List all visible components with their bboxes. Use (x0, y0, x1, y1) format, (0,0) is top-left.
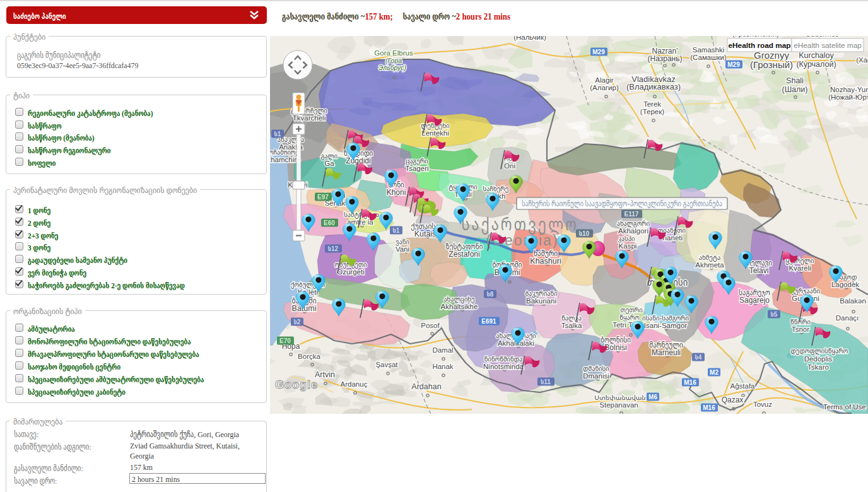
svg-text:Isani-Samgor: Isani-Samgor (644, 322, 688, 329)
svg-text:Khoni: Khoni (387, 188, 406, 197)
svg-text:Telavi: Telavi (749, 266, 769, 275)
svg-text:ს1: ს1 (393, 227, 400, 234)
svg-text:Qazax: Qazax (722, 395, 744, 404)
svg-text:chamchire: chamchire (270, 156, 301, 163)
svg-text:Oni: Oni (504, 162, 515, 170)
svg-text:Khashuri: Khashuri (530, 257, 561, 266)
svg-text:M29: M29 (592, 49, 605, 56)
svg-text:M16: M16 (703, 404, 715, 411)
svg-text:Borçka: Borçka (298, 353, 320, 360)
svg-text:M2: M2 (710, 369, 718, 376)
svg-text:Ninotsminda: Ninotsminda (483, 363, 524, 370)
svg-text:Ga: Ga (324, 160, 334, 167)
svg-text:Akhmeta: Akhmeta (695, 261, 724, 269)
svg-text:eHealth satelite map: eHealth satelite map (794, 41, 862, 50)
svg-text:Ozurgeti: Ozurgeti (337, 268, 364, 276)
svg-text:Ardanuç: Ardanuç (341, 380, 368, 388)
svg-text:(Самашки): (Самашки) (690, 54, 727, 61)
svg-text:Google: Google (275, 378, 318, 391)
svg-text:Dedoplis: Dedoplis (804, 355, 833, 363)
svg-text:eHealth road map: eHealth road map (729, 41, 791, 50)
svg-text:ს10: ს10 (579, 230, 590, 237)
svg-text:Tskaro: Tskaro (807, 363, 829, 371)
svg-text:ს4: ს4 (695, 354, 702, 361)
svg-text:Dmanisi: Dmanisi (583, 372, 609, 380)
svg-text:Vani: Vani (396, 245, 409, 253)
svg-text:(Грозненский): (Грозненский) (732, 36, 779, 38)
svg-text:Damal: Damal (432, 346, 453, 354)
svg-text:ს5: ს5 (771, 311, 778, 318)
svg-text:(Ножай-Юрт: (Ножай-Юрт (828, 93, 868, 101)
svg-text:Эльбрус): Эльбрус) (378, 64, 406, 71)
svg-text:Nozhay-Yur: Nozhay-Yur (830, 86, 868, 93)
svg-text:(Шали): (Шали) (782, 85, 807, 94)
svg-text:Tsageri: Tsageri (405, 165, 428, 172)
svg-text:Balakən: Balakən (840, 297, 866, 305)
svg-text:Zestafoni: Zestafoni (449, 250, 479, 259)
svg-text:Ստեփանավան: Ստեփանավան (594, 394, 645, 401)
svg-text:Kvareli: Kvareli (789, 264, 811, 272)
svg-text:M29: M29 (727, 61, 740, 68)
svg-text:Bolnisi: Bolnisi (604, 343, 626, 352)
svg-text:Marneuli: Marneuli (652, 348, 681, 357)
svg-text:Ardahan: Ardahan (411, 382, 441, 391)
svg-text:Akhalgori: Akhalgori (618, 227, 648, 235)
svg-text:Tovuz: Tovuz (753, 401, 772, 408)
svg-text:(Нальчик): (Нальчик) (513, 36, 546, 41)
svg-text:(Терек): (Терек) (640, 108, 664, 115)
svg-text:Posof: Posof (421, 322, 440, 329)
svg-text:Tsnor: Tsnor (792, 325, 809, 333)
svg-text:E117: E117 (625, 211, 639, 218)
svg-text:ს11: ს11 (541, 378, 551, 385)
svg-text:Danaçı: Danaçı (836, 314, 859, 322)
svg-text:E691: E691 (481, 318, 496, 325)
svg-text:(Грозный): (Грозный) (750, 59, 793, 70)
svg-text:M16: M16 (684, 379, 696, 386)
svg-text:Stepanavan: Stepanavan (599, 401, 638, 409)
svg-text:(Назрань): (Назрань) (648, 54, 683, 63)
svg-text:Alagir: Alagir (595, 76, 614, 84)
svg-text:საჩხერის რაიონული საავადმყოფო–: საჩხერის რაიონული საავადმყოფო–პოლიკლინიკ… (522, 198, 722, 209)
svg-text:Shali: Shali (786, 76, 804, 85)
svg-text:Şavşat: Şavşat (375, 361, 398, 368)
svg-text:Kutais: Kutais (414, 230, 437, 238)
svg-text:Hanak: Hanak (432, 363, 453, 370)
svg-text:(Хас: (Хас (856, 56, 868, 64)
svg-text:Lentekhi: Lentekhi (421, 129, 449, 137)
svg-text:Tkvarcheli: Tkvarcheli (293, 114, 326, 122)
svg-text:Bakuriani: Bakuriani (526, 297, 556, 305)
svg-text:E60: E60 (324, 220, 335, 226)
svg-text:(Курчалой): (Курчалой) (796, 60, 836, 69)
svg-text:(Алагир): (Алагир) (590, 84, 619, 91)
svg-text:ს1: ს1 (274, 131, 281, 138)
svg-text:Kurchaloy: Kurchaloy (799, 51, 834, 60)
svg-text:Ağstafa: Ağstafa (730, 382, 756, 390)
svg-text:ს8: ს8 (487, 291, 494, 298)
svg-text:Terek: Terek (643, 100, 661, 108)
svg-text:დედოფლისწყარო: დედოფლისწყარო (791, 347, 848, 355)
svg-text:Akhaltsikhe: Akhaltsikhe (441, 303, 478, 310)
svg-text:Artvin: Artvin (315, 370, 335, 379)
svg-text:Kaspi: Kaspi (619, 242, 637, 250)
svg-text:Guuermes: Guuermes (805, 36, 839, 38)
svg-text:Samashki: Samashki (693, 46, 725, 54)
svg-text:Tsalka: Tsalka (561, 322, 582, 329)
svg-text:Terms of Use: Terms of Use (823, 403, 866, 411)
svg-text:M6: M6 (648, 394, 657, 401)
svg-text:(Владикавказ): (Владикавказ) (626, 82, 681, 91)
svg-text:E97: E97 (317, 194, 329, 201)
svg-text:ს12: ს12 (328, 245, 339, 252)
svg-text:ს2: ს2 (294, 319, 301, 325)
svg-text:Sagarejo: Sagarejo (739, 296, 770, 305)
svg-text:E70: E70 (279, 337, 291, 344)
svg-text:წნორი: წნორი (790, 318, 811, 325)
svg-text:Gora Elbrus: Gora Elbrus (374, 49, 413, 57)
